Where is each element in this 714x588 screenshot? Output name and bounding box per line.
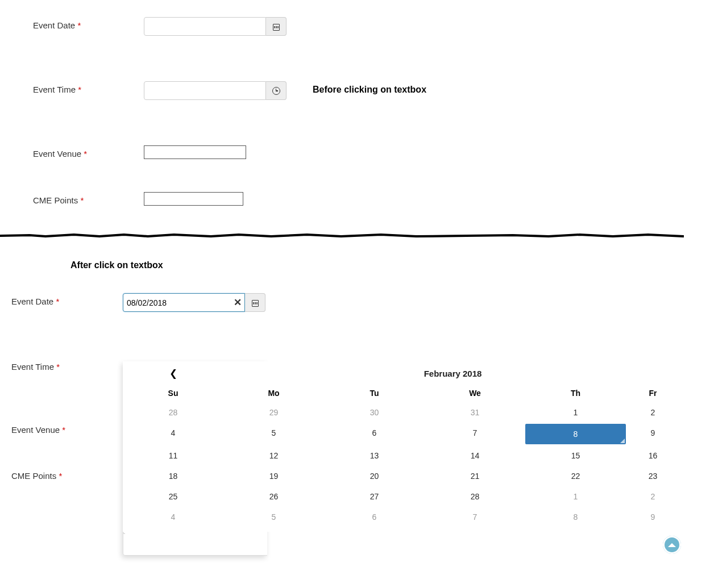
chevron-left-icon: ❮ bbox=[169, 368, 177, 379]
after-note: After click on textbox bbox=[70, 260, 714, 270]
calendar-week-row: 111213141516 bbox=[123, 445, 682, 466]
calendar-day[interactable]: 31 bbox=[425, 402, 525, 423]
calendar-day[interactable]: 6 bbox=[324, 423, 425, 445]
calendar-day[interactable]: 20 bbox=[324, 466, 425, 486]
before-note: Before clicking on textbox bbox=[313, 81, 426, 95]
calendar-day[interactable]: 6 bbox=[324, 507, 425, 508]
label-text: CME Points bbox=[11, 471, 56, 481]
calendar-day[interactable]: 27 bbox=[324, 486, 425, 507]
calendar-day[interactable]: 2 bbox=[626, 486, 680, 507]
event-venue-label: Event Venue * bbox=[33, 145, 144, 159]
label-text: Event Venue bbox=[33, 149, 81, 159]
calendar-body: 2829303112456789111213141516181920212223… bbox=[123, 402, 682, 508]
label-text: Event Date bbox=[11, 297, 53, 306]
event-time-row: Event Time * Before clicking on textbox bbox=[33, 81, 714, 100]
clear-date-icon[interactable]: ✕ bbox=[230, 293, 246, 312]
label-text: Event Time bbox=[33, 85, 76, 94]
required-marker: * bbox=[56, 297, 59, 306]
calendar-day[interactable]: 21 bbox=[425, 466, 525, 486]
calendar-day[interactable]: 11 bbox=[123, 445, 223, 466]
calendar-day[interactable]: 9 bbox=[626, 507, 680, 508]
calendar-day[interactable]: 7 bbox=[425, 507, 525, 508]
cme-points-row: CME Points * bbox=[33, 192, 714, 206]
calendar-day[interactable]: 23 bbox=[626, 466, 680, 486]
datepicker-dropdown: ❮ February 2018 SuMoTuWeThFr 28293031124… bbox=[123, 361, 682, 508]
calendar-week-row: 456789 bbox=[123, 423, 682, 445]
required-marker: * bbox=[80, 195, 84, 205]
calendar-day[interactable]: 13 bbox=[324, 445, 425, 466]
calendar-day[interactable]: 4 bbox=[123, 507, 223, 508]
event-time-input-group bbox=[144, 81, 287, 100]
calendar-title[interactable]: February 2018 bbox=[223, 369, 682, 378]
event-date-label: Event Date * bbox=[11, 293, 123, 306]
calendar-dow-row: SuMoTuWeThFr bbox=[123, 384, 682, 402]
clock-icon bbox=[272, 87, 280, 95]
calendar-day[interactable]: 5 bbox=[223, 507, 324, 508]
calendar-week-row: 2829303112 bbox=[123, 402, 682, 423]
event-time-input[interactable] bbox=[144, 81, 266, 100]
calendar-addon[interactable] bbox=[245, 293, 265, 312]
calendar-day[interactable]: 12 bbox=[223, 445, 324, 466]
event-date-row: Event Date * bbox=[33, 17, 714, 36]
calendar-day[interactable]: 5 bbox=[223, 423, 324, 445]
calendar-header: ❮ February 2018 bbox=[123, 365, 682, 382]
datepicker-inner: ❮ February 2018 SuMoTuWeThFr 28293031124… bbox=[123, 361, 682, 508]
calendar-week-row: 2526272812 bbox=[123, 486, 682, 507]
event-venue-input[interactable] bbox=[144, 145, 246, 159]
calendar-day[interactable]: 1 bbox=[525, 486, 626, 507]
clock-addon[interactable] bbox=[266, 81, 287, 100]
calendar-icon bbox=[272, 23, 280, 31]
calendar-day[interactable]: 25 bbox=[123, 486, 223, 507]
calendar-day[interactable]: 4 bbox=[123, 423, 223, 445]
before-section: Event Date * Event Time * Before clickin… bbox=[0, 0, 714, 233]
calendar-day[interactable]: 19 bbox=[223, 466, 324, 486]
calendar-dow-cell: Th bbox=[525, 384, 626, 402]
calendar-day[interactable]: 29 bbox=[223, 402, 324, 423]
calendar-day[interactable]: 7 bbox=[425, 423, 525, 445]
event-date-input-group: ✕ bbox=[123, 293, 265, 312]
calendar-week-row: 456789 bbox=[123, 507, 682, 508]
calendar-day[interactable]: 28 bbox=[425, 486, 525, 507]
event-date-label: Event Date * bbox=[33, 17, 144, 30]
calendar-dow-cell: Mo bbox=[223, 384, 324, 402]
calendar-dow-cell: We bbox=[425, 384, 525, 402]
calendar-day[interactable]: 8 bbox=[525, 424, 626, 444]
calendar-dow-cell: Fr bbox=[626, 384, 680, 402]
calendar-day[interactable]: 16 bbox=[626, 445, 680, 466]
calendar-day[interactable]: 1 bbox=[525, 402, 626, 423]
calendar-day[interactable]: 28 bbox=[123, 402, 223, 423]
calendar-day[interactable]: 8 bbox=[525, 507, 626, 508]
cme-points-label: CME Points * bbox=[11, 468, 123, 481]
calendar-addon[interactable] bbox=[266, 17, 287, 36]
event-time-label: Event Time * bbox=[11, 358, 123, 372]
required-marker: * bbox=[84, 149, 87, 159]
calendar-day[interactable]: 26 bbox=[223, 486, 324, 507]
calendar-icon bbox=[251, 299, 259, 307]
cme-points-input[interactable] bbox=[144, 192, 243, 206]
required-marker: * bbox=[56, 362, 60, 372]
event-time-label: Event Time * bbox=[33, 81, 144, 94]
event-venue-row: Event Venue * bbox=[33, 145, 714, 159]
label-text: Event Time bbox=[11, 362, 54, 372]
calendar-day[interactable]: 2 bbox=[626, 402, 680, 423]
calendar-day[interactable]: 14 bbox=[425, 445, 525, 466]
event-date-input[interactable] bbox=[144, 17, 266, 36]
calendar-week-row: 181920212223 bbox=[123, 466, 682, 486]
event-date-row-after: Event Date * ✕ bbox=[11, 293, 714, 312]
calendar-dow-cell: Tu bbox=[324, 384, 425, 402]
event-date-input-active[interactable] bbox=[123, 293, 245, 312]
calendar-day[interactable]: 22 bbox=[525, 466, 626, 486]
section-divider bbox=[0, 233, 684, 237]
label-text: CME Points bbox=[33, 195, 78, 205]
calendar-day[interactable]: 15 bbox=[525, 445, 626, 466]
label-text: Event Venue bbox=[11, 425, 60, 435]
calendar-day[interactable]: 9 bbox=[626, 423, 680, 445]
required-marker: * bbox=[77, 20, 81, 30]
label-text: Event Date bbox=[33, 20, 75, 30]
calendar-day[interactable]: 18 bbox=[123, 466, 223, 486]
prev-month-button[interactable]: ❮ bbox=[123, 368, 223, 380]
calendar-day[interactable]: 30 bbox=[324, 402, 425, 423]
required-marker: * bbox=[62, 425, 65, 435]
required-marker: * bbox=[59, 471, 62, 481]
cme-points-label: CME Points * bbox=[33, 192, 144, 205]
